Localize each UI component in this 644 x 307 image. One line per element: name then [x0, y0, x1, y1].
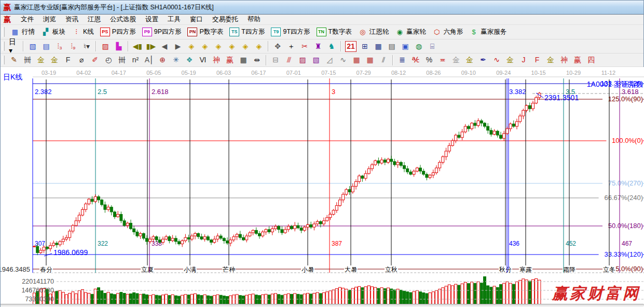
span-arrow-button[interactable]: ⇹ [250, 54, 264, 66]
title-bar[interactable]: 赢 赢家江恩专业版[赢家内部服务平台] - [上证指数 SH1A0001-167… [1, 1, 643, 15]
t-square-button[interactable]: TST四方形 [226, 26, 268, 37]
tool-purple-button[interactable]: ♜ [311, 41, 325, 52]
grid-red2-button[interactable]: ▦ [363, 54, 377, 66]
dia-right-button[interactable]: ◈ [198, 41, 212, 52]
cut-button[interactable]: ✂ [298, 41, 311, 52]
angle-a-button[interactable]: A⎮ [142, 54, 156, 66]
ying-angle-button[interactable]: 赢 [571, 54, 584, 66]
gold-circle-button[interactable]: 金 [449, 54, 463, 66]
hand-button[interactable]: ✥ [271, 41, 284, 52]
gold-angle-button[interactable]: 金 [544, 54, 557, 66]
dia-in-button[interactable]: ◈ [225, 41, 239, 52]
menu-item-9[interactable]: 帮助 [243, 14, 265, 25]
n2-button[interactable]: n² [129, 54, 142, 66]
ink-pen-button[interactable]: ✒ [476, 54, 490, 66]
pct-line-button[interactable]: ℀ [409, 54, 422, 66]
menu-item-6[interactable]: 工具 [163, 14, 185, 25]
web-button[interactable]: ◍ [412, 41, 426, 52]
wave-a-button[interactable]: ∿ [490, 54, 503, 66]
first-button[interactable]: ◀▮ [131, 41, 144, 52]
circle-cross-button[interactable]: ⊕ [156, 54, 169, 66]
clock-cycle-button[interactable]: ◴ [102, 54, 115, 66]
menu-item-7[interactable]: 窗口 [185, 14, 208, 25]
box-red-button[interactable]: ▨ [296, 54, 309, 66]
dia-all-button[interactable]: ◈ [252, 41, 266, 52]
menu-item-5[interactable]: 设置 [141, 14, 163, 25]
9t-square-button[interactable]: T99T四方形 [268, 26, 313, 37]
remote-button[interactable]: ⌸ [426, 41, 439, 52]
ying-button[interactable]: 赢 [223, 54, 237, 66]
menu-item-2[interactable]: 资讯 [61, 14, 83, 25]
box-red2-button[interactable]: ▧ [309, 54, 323, 66]
shen-button[interactable]: 神 [210, 54, 223, 66]
si-angle-button[interactable]: 四 [584, 54, 598, 66]
dia-left-button[interactable]: ◈ [185, 41, 198, 52]
waves-button[interactable]: ∿ [336, 54, 350, 66]
calendar-21-button[interactable]: 21 [344, 40, 358, 53]
data-table-button[interactable]: ▦ [372, 41, 385, 52]
box-tool-button[interactable]: ⊟ [269, 54, 282, 66]
red-pen-button[interactable]: ✐ [88, 54, 102, 66]
shen-angle-button[interactable]: 神 [557, 54, 571, 66]
next-button[interactable]: ▶ [171, 41, 185, 52]
winner-wheel-button[interactable]: ◉赢家轮 [392, 26, 429, 37]
lines3-button[interactable]: ⫽ [377, 54, 390, 66]
chart3-button[interactable]: ⫶₃ [53, 41, 66, 52]
toolbar-grip[interactable] [2, 27, 5, 37]
gold-gann2-button[interactable]: 金 [48, 54, 61, 66]
kline-chart-svg[interactable]: 03-1904-0204-1705-0505-1906-0306-1707-01… [1, 67, 644, 307]
web-star-button[interactable]: ✳ [169, 54, 183, 66]
window-resize-edge[interactable] [1, 304, 643, 306]
f-lines-button[interactable]: F [61, 54, 75, 66]
gold-gann1-button[interactable]: 金 [34, 54, 48, 66]
j-angle-button[interactable]: J [517, 54, 530, 66]
last-button[interactable]: ▮▶ [144, 41, 158, 52]
vol-profile-button[interactable]: ≣ [395, 54, 409, 66]
chart-pane[interactable]: 03-1904-0204-1705-0505-1906-0306-1707-01… [1, 67, 644, 307]
pct-div-button[interactable]: ≖ [436, 54, 449, 66]
candle-style-button[interactable]: ♮▾ [80, 41, 93, 52]
fan2-button[interactable]: ◿ [323, 54, 336, 66]
t-table-button[interactable]: TNT数字表 [313, 26, 355, 37]
k-box-button[interactable]: ▨ [99, 41, 112, 52]
k-mark-button[interactable]: Ⅵ [196, 54, 210, 66]
winner-service-button[interactable]: $赢家服务 [466, 26, 510, 37]
percent-button[interactable]: % [422, 54, 436, 66]
hatch2-button[interactable]: 卌 [115, 54, 129, 66]
period-day-button[interactable]: 日 ▾ [7, 41, 21, 52]
notes-button[interactable]: ▤ [385, 41, 399, 52]
toolbar-grip[interactable] [2, 56, 5, 65]
curve9-button[interactable]: ⌀ [75, 54, 88, 66]
gann-wheel-button[interactable]: ◎江恩轮 [355, 26, 392, 37]
hatch-button[interactable]: 卌 [21, 54, 34, 66]
fan-red-button[interactable]: ⫻ [282, 54, 296, 66]
quotes-button[interactable]: ▦行情 [7, 26, 38, 37]
9p-square-button[interactable]: P99P四方形 [139, 26, 185, 37]
p-square-button[interactable]: PSP四方形 [97, 26, 139, 37]
menu-item-8[interactable]: 交易委托 [208, 14, 243, 25]
gold-tri-button[interactable]: 金 [503, 54, 517, 66]
grid-red-button[interactable]: ▦ [350, 54, 363, 66]
hexagon-button[interactable]: ⬡六角形 [429, 26, 467, 37]
sectors-button[interactable]: ▞板块 [38, 26, 68, 37]
kline-button[interactable]: ⫶K线 [68, 26, 97, 37]
menu-item-4[interactable]: 公式选股 [105, 14, 141, 25]
prev-button[interactable]: ◀ [158, 41, 171, 52]
save-button[interactable]: ▣ [399, 41, 412, 52]
menu-item-1[interactable]: 浏览 [38, 14, 61, 25]
info-button[interactable]: ▤ [39, 41, 53, 52]
f-angle-button[interactable]: F [530, 54, 544, 66]
calculator-button[interactable]: ⊞ [358, 41, 372, 52]
cross-button[interactable]: ＋ [284, 41, 298, 52]
chart9-button[interactable]: ⫶₉ [66, 41, 80, 52]
zone-button[interactable]: ▧ [26, 41, 39, 52]
toolbar-grip[interactable] [2, 42, 5, 51]
dia-h-button[interactable]: ◈ [212, 41, 225, 52]
tool-teal-button[interactable]: ♞ [325, 41, 338, 52]
menu-item-3[interactable]: 江恩 [83, 14, 105, 25]
histogram-button[interactable]: ▙ [112, 41, 126, 52]
gold-eq-button[interactable]: 金 [463, 54, 476, 66]
p-table-button[interactable]: PNP数字表 [184, 26, 226, 37]
grid-count-button[interactable]: ▦ [237, 54, 250, 66]
web-square-button[interactable]: ❖ [183, 54, 196, 66]
